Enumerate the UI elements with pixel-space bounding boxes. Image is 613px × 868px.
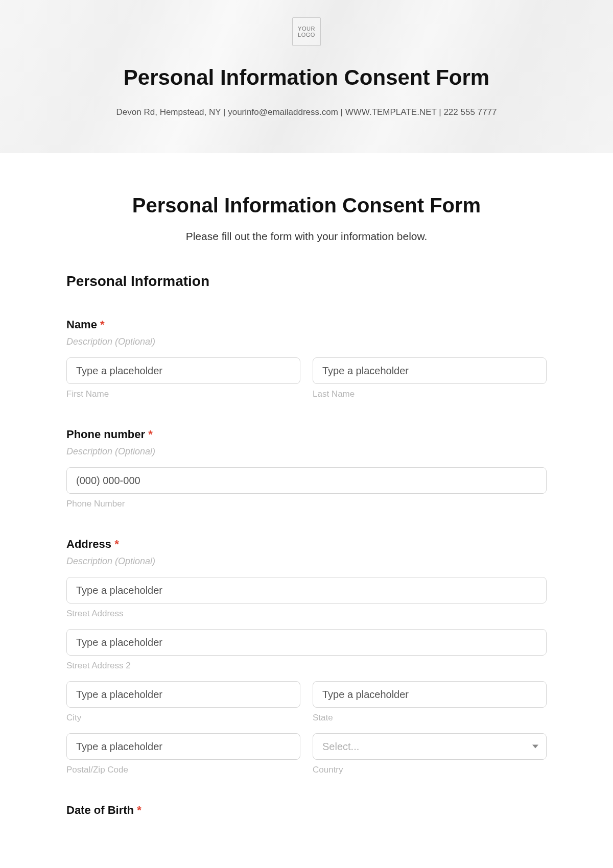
street-address-input[interactable] [66,577,547,604]
street-address-2-sublabel: Street Address 2 [66,661,547,671]
country-sublabel: Country [313,765,547,775]
country-select[interactable]: Select... [313,733,547,760]
name-label: Name * [66,318,547,331]
phone-description: Description (Optional) [66,446,547,457]
first-name-sublabel: First Name [66,389,300,399]
header-title: Personal Information Consent Form [0,65,613,90]
city-input[interactable] [66,681,300,708]
page-title: Personal Information Consent Form [66,194,547,217]
postal-code-input[interactable] [66,733,300,760]
last-name-sublabel: Last Name [313,389,547,399]
address-label-text: Address [66,538,111,550]
address-label: Address * [66,538,547,551]
name-description: Description (Optional) [66,336,547,347]
required-mark: * [114,538,119,550]
form-body: Personal Information Consent Form Please… [0,153,613,848]
phone-label: Phone number * [66,428,547,441]
field-address: Address * Description (Optional) Street … [66,538,547,775]
page: YOUR LOGO Personal Information Consent F… [0,0,613,868]
street-address-2-input[interactable] [66,629,547,656]
phone-sublabel: Phone Number [66,499,547,509]
phone-label-text: Phone number [66,428,145,441]
city-sublabel: City [66,713,300,723]
page-subtitle: Please fill out the form with your infor… [66,230,547,243]
first-name-input[interactable] [66,357,300,384]
logo-placeholder: YOUR LOGO [292,17,321,46]
required-mark: * [148,428,153,441]
required-mark: * [137,804,142,816]
last-name-input[interactable] [313,357,547,384]
required-mark: * [100,318,105,331]
field-phone: Phone number * Description (Optional) Ph… [66,428,547,509]
field-name: Name * Description (Optional) First Name… [66,318,547,399]
section-personal-info: Personal Information [66,273,547,290]
dob-label: Date of Birth * [66,804,547,817]
dob-label-text: Date of Birth [66,804,134,816]
street-address-sublabel: Street Address [66,609,547,619]
header-band: YOUR LOGO Personal Information Consent F… [0,0,613,153]
phone-input[interactable] [66,467,547,494]
address-description: Description (Optional) [66,556,547,567]
state-sublabel: State [313,713,547,723]
logo-text: YOUR LOGO [298,26,315,38]
postal-code-sublabel: Postal/Zip Code [66,765,300,775]
header-contact-line: Devon Rd, Hempstead, NY | yourinfo@email… [0,107,613,117]
name-label-text: Name [66,318,97,331]
state-input[interactable] [313,681,547,708]
field-dob: Date of Birth * [66,804,547,817]
